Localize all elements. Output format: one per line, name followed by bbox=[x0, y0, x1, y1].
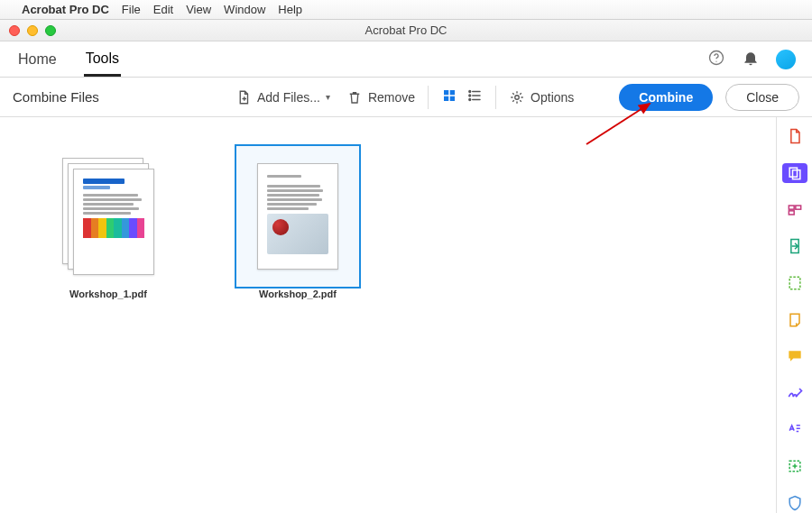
main-tabs: Home Tools bbox=[0, 41, 812, 78]
svg-point-12 bbox=[515, 95, 520, 99]
close-button[interactable]: Close bbox=[725, 84, 799, 111]
file-name: Workshop_2.pdf bbox=[259, 289, 337, 299]
options-label: Options bbox=[531, 90, 574, 105]
export-icon[interactable] bbox=[782, 236, 807, 257]
file-grid: Workshop_1.pdf bbox=[0, 117, 776, 513]
tools-rail bbox=[776, 117, 812, 513]
menu-edit[interactable]: Edit bbox=[153, 3, 173, 16]
svg-rect-15 bbox=[789, 206, 794, 209]
svg-point-1 bbox=[715, 61, 716, 62]
combine-icon[interactable] bbox=[782, 163, 807, 184]
window-titlebar: Acrobat Pro DC bbox=[0, 20, 812, 41]
notifications-icon[interactable] bbox=[742, 49, 760, 69]
toolbar-title: Combine Files bbox=[13, 89, 99, 105]
account-avatar[interactable] bbox=[776, 50, 796, 69]
comment-icon[interactable] bbox=[782, 346, 807, 367]
svg-rect-14 bbox=[792, 170, 799, 179]
compare-icon[interactable] bbox=[782, 456, 807, 477]
svg-rect-5 bbox=[450, 96, 455, 101]
file-item[interactable]: Workshop_2.pdf bbox=[235, 153, 361, 299]
file-item[interactable]: Workshop_1.pdf bbox=[45, 153, 171, 299]
remove-label: Remove bbox=[368, 90, 415, 105]
redact-icon[interactable] bbox=[782, 419, 807, 440]
grid-view-icon[interactable] bbox=[441, 87, 457, 106]
fullscreen-window-button[interactable] bbox=[45, 25, 56, 36]
minimize-window-button[interactable] bbox=[27, 25, 38, 36]
remove-button[interactable]: Remove bbox=[346, 89, 415, 105]
svg-rect-17 bbox=[789, 210, 794, 214]
close-window-button[interactable] bbox=[9, 25, 20, 36]
chevron-down-icon: ▾ bbox=[326, 92, 330, 102]
combine-button[interactable]: Combine bbox=[619, 84, 713, 111]
window-title: Acrobat Pro DC bbox=[0, 23, 812, 37]
menu-view[interactable]: View bbox=[186, 3, 211, 16]
menu-file[interactable]: File bbox=[122, 3, 141, 16]
menu-window[interactable]: Window bbox=[224, 3, 265, 16]
menu-help[interactable]: Help bbox=[278, 3, 302, 16]
sign-icon[interactable] bbox=[782, 382, 807, 403]
add-files-label: Add Files... bbox=[257, 90, 320, 105]
svg-rect-3 bbox=[450, 90, 455, 95]
combine-toolbar: Combine Files Add Files... ▾ Remove Opti… bbox=[0, 78, 812, 117]
macos-menu-bar: Acrobat Pro DC File Edit View Window Hel… bbox=[0, 0, 812, 20]
file-thumbnail bbox=[54, 153, 162, 279]
svg-point-6 bbox=[469, 91, 471, 93]
help-icon[interactable] bbox=[707, 49, 725, 69]
svg-rect-16 bbox=[795, 206, 800, 209]
edit-icon[interactable] bbox=[782, 273, 807, 294]
list-view-icon[interactable] bbox=[466, 87, 483, 106]
file-name: Workshop_1.pdf bbox=[69, 289, 147, 299]
svg-point-10 bbox=[469, 99, 471, 101]
organize-icon[interactable] bbox=[782, 199, 807, 220]
create-pdf-icon[interactable] bbox=[782, 126, 807, 147]
svg-rect-18 bbox=[789, 277, 800, 289]
svg-point-8 bbox=[469, 95, 471, 96]
file-thumbnail bbox=[244, 153, 352, 279]
svg-rect-4 bbox=[444, 96, 448, 101]
traffic-lights bbox=[9, 25, 56, 36]
protect-icon[interactable] bbox=[782, 492, 807, 513]
tab-home[interactable]: Home bbox=[16, 44, 59, 75]
toolbar-divider-2 bbox=[495, 86, 496, 109]
svg-rect-13 bbox=[789, 168, 797, 177]
svg-rect-2 bbox=[444, 90, 448, 95]
add-files-button[interactable]: Add Files... ▾ bbox=[235, 89, 330, 105]
toolbar-divider bbox=[428, 86, 429, 109]
comment-note-icon[interactable] bbox=[782, 309, 807, 330]
menu-app-name[interactable]: Acrobat Pro DC bbox=[22, 3, 109, 16]
tab-tools[interactable]: Tools bbox=[84, 43, 121, 77]
options-button[interactable]: Options bbox=[509, 89, 574, 105]
